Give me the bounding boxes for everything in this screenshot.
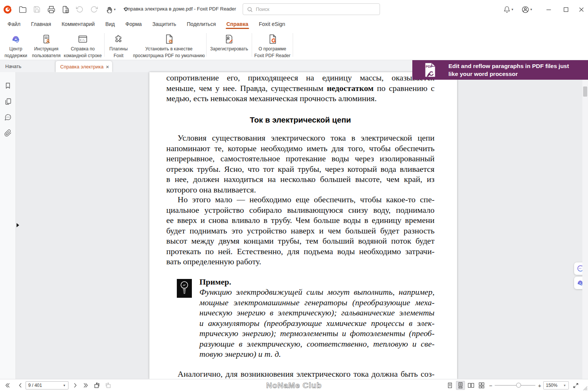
paragraph: сопротивление его, приходящееся на едини…	[166, 73, 435, 104]
bookmarks-panel-icon[interactable]	[4, 82, 12, 89]
lightbulb-example-icon	[177, 279, 192, 298]
scrollbar-thumb[interactable]	[583, 86, 587, 97]
default-pdf-viewer-icon	[163, 33, 175, 45]
tab-label: Справка электрика ...	[60, 64, 103, 70]
about-foxit-icon	[267, 33, 278, 45]
menu-comment[interactable]: Комментарий	[56, 19, 100, 29]
bell-caret-icon: ▾	[512, 8, 514, 11]
support-center-button[interactable]: AI Центр поддержки	[1, 30, 31, 60]
svg-text:C:\: C:\	[80, 39, 85, 42]
account-caret-icon: ▾	[530, 8, 532, 11]
set-default-viewer-button[interactable]: Установить в качестве просмотрщика PDF п…	[132, 30, 206, 60]
account-button[interactable]: ▾	[519, 5, 534, 14]
search-input[interactable]	[256, 6, 369, 12]
panel-expander[interactable]	[16, 222, 21, 228]
menu-home[interactable]: Главная	[26, 19, 56, 29]
maximize-button[interactable]	[561, 5, 570, 14]
paragraph: Аналогично, для возникновения электричес…	[166, 369, 435, 379]
navigation-panel-strip	[0, 72, 16, 379]
foxit-plugins-button[interactable]: Плагины Foxit	[105, 30, 132, 60]
ribbon-toolbar: AI Центр поддержки Инструкция пользовате…	[0, 30, 588, 60]
menu-bar: Файл Главная Комментарий Вид Форма Защит…	[0, 18, 588, 30]
pdf-edit-icon: PDF	[421, 62, 439, 78]
continuous-view-button[interactable]	[456, 379, 465, 391]
ribbon-separator	[206, 33, 207, 57]
open-file-icon[interactable]	[18, 5, 27, 14]
zoom-caret-icon: ▼	[563, 384, 566, 387]
ribbon-separator	[252, 33, 252, 57]
comments-panel-icon[interactable]	[4, 114, 12, 121]
print-icon[interactable]	[47, 5, 56, 14]
section-heading: Ток в электрической цепи	[166, 115, 435, 124]
foxit-logo	[3, 5, 12, 14]
pdf-page[interactable]: сопротивление его, приходящееся на едини…	[149, 72, 457, 379]
menu-share[interactable]: Поделиться	[181, 19, 221, 29]
zoom-out-button[interactable]: −	[489, 379, 492, 391]
puzzle-icon	[113, 33, 124, 45]
zoom-in-button[interactable]: +	[538, 379, 541, 391]
example-title: Пример.	[199, 277, 231, 287]
page-view-icon[interactable]	[61, 5, 70, 14]
facing-view-button[interactable]	[466, 379, 476, 391]
svg-text:AI: AI	[15, 38, 17, 41]
menu-form[interactable]: Форма	[120, 19, 147, 29]
svg-text:AI: AI	[579, 282, 582, 284]
promo-banner[interactable]: PDF Edit and reflow paragraphs in PDF fi…	[412, 60, 588, 80]
zoom-level-field[interactable]: 150% ▼	[543, 381, 569, 389]
redo-icon[interactable]	[90, 5, 99, 14]
ai-headset-icon: AI	[10, 33, 21, 45]
user-manual-button[interactable]: Инструкция пользователя	[31, 30, 62, 60]
fullscreen-button[interactable]	[573, 379, 579, 391]
example-text: Функцию электродвижущей силы могут выпол…	[199, 287, 435, 359]
paragraph: Но этого мало — необходимо еще обеспечит…	[166, 194, 435, 267]
search-box[interactable]	[243, 3, 380, 15]
minimize-button[interactable]	[544, 5, 553, 14]
paragraph: Условия существования электрического ток…	[166, 133, 435, 195]
menu-file[interactable]: Файл	[2, 19, 26, 29]
facing-continuous-view-button[interactable]	[477, 379, 486, 391]
slider-track[interactable]	[495, 385, 535, 386]
attachments-panel-icon[interactable]	[4, 129, 12, 137]
menu-protect[interactable]: Защитить	[147, 19, 182, 29]
menu-view[interactable]: Вид	[100, 19, 120, 29]
user-icon	[521, 6, 529, 14]
menu-help[interactable]: Справка	[221, 19, 254, 29]
zoom-slider[interactable]	[495, 382, 535, 389]
tab-close-icon[interactable]: ×	[106, 64, 109, 70]
pages-panel-icon[interactable]	[4, 98, 12, 105]
tab-start-page[interactable]: Начать	[0, 60, 55, 72]
vertical-scrollbar[interactable]	[582, 72, 588, 379]
register-button[interactable]: Зарегистрировать	[207, 30, 251, 60]
slider-thumb[interactable]	[516, 383, 521, 388]
close-button[interactable]	[577, 5, 586, 14]
svg-text:PDF: PDF	[426, 65, 433, 68]
single-page-view-button[interactable]	[445, 379, 454, 391]
ribbon-separator	[104, 33, 105, 57]
document-area: сопротивление его, приходящееся на едини…	[0, 72, 588, 379]
ribbon-separator	[293, 33, 293, 57]
status-bar: 9 / 401 ▼ NoNaMe Club	[0, 379, 588, 391]
save-icon[interactable]	[32, 5, 41, 14]
command-line-icon: C:\	[77, 33, 88, 45]
search-icon	[247, 6, 253, 12]
title-bar: ▾ Справка электрика в доме.pdf - Foxit P…	[0, 0, 588, 18]
triangle-right-icon	[16, 223, 20, 228]
tab-current-document[interactable]: Справка электрика ... ×	[56, 61, 112, 72]
resize-grip[interactable]	[582, 384, 588, 391]
user-guide-icon	[41, 33, 52, 45]
banner-text: Edit and reflow paragraphs in PDF files …	[448, 62, 569, 78]
command-line-help-button[interactable]: C:\ Справка по командной строке	[62, 30, 104, 60]
notifications-button[interactable]: ▾	[501, 5, 515, 14]
bell-icon	[503, 6, 511, 13]
register-icon	[223, 33, 235, 45]
menu-foxit-esign[interactable]: Foxit eSign	[254, 19, 290, 29]
hand-tool-caret-icon: ▾	[114, 8, 116, 11]
window-title: Справка электрика в доме.pdf - Foxit PDF…	[124, 6, 236, 12]
undo-icon[interactable]	[75, 5, 84, 14]
about-foxit-button[interactable]: О программе Foxit PDF Reader	[252, 30, 292, 60]
hand-tool-button[interactable]: ▾	[103, 5, 118, 14]
